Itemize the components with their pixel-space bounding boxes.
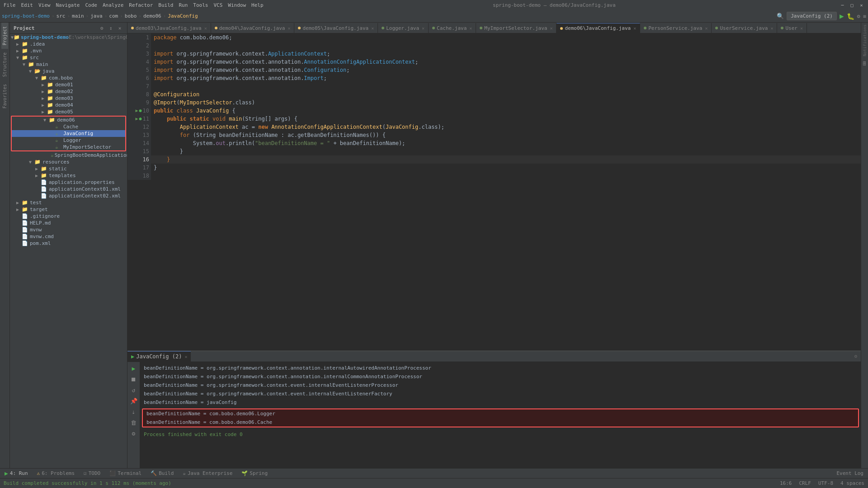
menu-build[interactable]: Build xyxy=(158,2,173,8)
menu-bar[interactable]: File Edit View Navigate Code Analyze Ref… xyxy=(4,2,264,8)
menu-analyze[interactable]: Analyze xyxy=(103,2,123,8)
run-tab-close-icon[interactable]: ✕ xyxy=(184,354,187,359)
tab-myimportselector[interactable]: MyImportSelector.java ✕ xyxy=(476,23,557,33)
code-content-14[interactable]: System.out.println("beanDefinitionName =… xyxy=(151,139,861,147)
tree-pomxml[interactable]: ▶ 📄 pom.xml xyxy=(10,240,127,247)
tree-resources[interactable]: ▼ 📁 resources xyxy=(10,159,127,165)
code-content-6[interactable]: import org.springframework.context.annot… xyxy=(151,74,861,82)
tree-appprops[interactable]: ▶ 📄 application.properties xyxy=(10,179,127,186)
tree-demo05[interactable]: ▶📁demo05 xyxy=(10,108,127,115)
tab-close-icon[interactable]: ✕ xyxy=(800,26,803,31)
tab-cache[interactable]: Cache.java ✕ xyxy=(429,23,476,33)
tab-user[interactable]: User ✕ xyxy=(777,23,807,33)
bottom-tab-run-active[interactable]: ▶ JavaConfig (2) ✕ xyxy=(127,351,191,362)
tab-personservice[interactable]: PersonService.java ✕ xyxy=(640,23,712,33)
code-content-2[interactable] xyxy=(151,42,861,50)
code-content-10[interactable]: public class JavaConfig { xyxy=(151,107,861,115)
clear-button[interactable]: 🗑 xyxy=(129,418,138,427)
code-content-4[interactable]: import org.springframework.context.annot… xyxy=(151,58,861,66)
tree-demo02[interactable]: ▶📁demo02 xyxy=(10,88,127,95)
tree-demo03[interactable]: ▶📁demo03 xyxy=(10,95,127,102)
maximize-button[interactable]: □ xyxy=(849,2,855,8)
tree-idea[interactable]: ▶ 📁 .idea xyxy=(10,41,127,47)
tab-close-icon[interactable]: ✕ xyxy=(705,26,708,31)
tree-root[interactable]: ▼ 📁 spring-boot-demo E:\workspace\Spring… xyxy=(10,34,127,41)
code-content-9[interactable]: @Import(MyImportSelector.class) xyxy=(151,99,861,107)
database-icon[interactable]: 🗄 xyxy=(863,61,867,66)
tab-close-icon[interactable]: ✕ xyxy=(371,26,374,31)
code-content-12[interactable]: ApplicationContext ac = new AnnotationCo… xyxy=(151,123,861,131)
bottom-settings-icon[interactable]: ⚙ xyxy=(850,352,861,360)
tree-helpmd[interactable]: ▶ 📄 HELP.md xyxy=(10,220,127,226)
tree-combobo[interactable]: ▼ 📁 com.bobo xyxy=(10,75,127,81)
tab-close-icon[interactable]: ✕ xyxy=(422,26,425,31)
bot-tab-run[interactable]: ▶ 4: Run xyxy=(0,469,33,478)
tab-logger[interactable]: Logger.java ✕ xyxy=(378,23,429,33)
bot-tab-java-enterprise[interactable]: ☕ Java Enterprise xyxy=(178,469,237,477)
left-strip-favorites[interactable]: Favorites xyxy=(1,80,8,112)
indent[interactable]: 4 spaces xyxy=(840,480,864,486)
encoding[interactable]: UTF-8 xyxy=(818,480,833,486)
tab-close-icon[interactable]: ✕ xyxy=(550,26,552,31)
tree-gitignore[interactable]: ▶ 📄 .gitignore xyxy=(10,213,127,220)
menu-vcs[interactable]: VCS xyxy=(213,2,222,8)
tree-javaconfig[interactable]: ▶ ☕ JavaConfig xyxy=(12,130,125,137)
menu-file[interactable]: File xyxy=(4,2,16,8)
code-content-8[interactable]: @Configuration xyxy=(151,90,861,99)
tree-appctx01[interactable]: ▶ 📄 applicationContext01.xml xyxy=(10,186,127,192)
code-content-15[interactable]: } xyxy=(151,147,861,155)
rerun-button[interactable]: ↺ xyxy=(129,385,138,394)
tab-demo06-javaconfig[interactable]: demo06\JavaConfig.java ✕ xyxy=(557,23,640,33)
tab-close-icon[interactable]: ✕ xyxy=(469,26,472,31)
tab-demo03-javaconfig[interactable]: demo03\JavaConfig.java ✕ xyxy=(127,23,211,33)
tree-mvnw[interactable]: ▶ 📄 mvnw xyxy=(10,226,127,233)
tab-close-icon[interactable]: ✕ xyxy=(288,26,290,31)
tree-templates[interactable]: ▶ 📁 templates xyxy=(10,172,127,179)
sidebar-tools[interactable]: ⚙ ↕ ✕ xyxy=(98,24,123,32)
window-controls[interactable]: ─ □ ✕ xyxy=(840,2,864,8)
tree-static[interactable]: ▶ 📁 static xyxy=(10,165,127,172)
tree-target[interactable]: ▶ 📁 target xyxy=(10,206,127,213)
tree-cache[interactable]: ▶ ☕ Cache xyxy=(12,123,125,130)
stop-button[interactable]: ⏹ xyxy=(129,375,138,384)
minimize-button[interactable]: ─ xyxy=(840,2,845,8)
breadcrumb-bobo[interactable]: bobo xyxy=(125,13,137,19)
code-content-1[interactable]: package com.bobo.demo06; xyxy=(151,33,861,42)
tree-myimportselector[interactable]: ▶ ☕ MyImportSelector xyxy=(12,144,125,150)
tree-src[interactable]: ▼ 📁 src xyxy=(10,54,127,61)
tab-close-icon[interactable]: ✕ xyxy=(633,26,636,31)
code-content-13[interactable]: for (String beanDefinitionName : ac.getB… xyxy=(151,131,861,139)
run-again-button[interactable]: ▶ xyxy=(129,364,138,373)
tab-close-icon[interactable]: ✕ xyxy=(770,26,773,31)
bot-tab-spring[interactable]: 🌱 Spring xyxy=(237,469,272,477)
more-icon[interactable]: ≡ xyxy=(863,13,866,19)
tree-demo06[interactable]: ▼ 📁 demo06 xyxy=(12,117,125,123)
menu-edit[interactable]: Edit xyxy=(21,2,33,8)
menu-refactor[interactable]: Refactor xyxy=(129,2,153,8)
tab-userservice[interactable]: UserService.java ✕ xyxy=(712,23,777,33)
sidebar-close-icon[interactable]: ✕ xyxy=(116,24,123,32)
run-button[interactable]: ▶ xyxy=(840,12,844,20)
left-strip-project[interactable]: Project xyxy=(1,23,8,49)
run-config-selector[interactable]: JavaConfig (2) xyxy=(787,12,837,20)
menu-navigate[interactable]: Navigate xyxy=(56,2,80,8)
code-content-5[interactable]: import org.springframework.context.annot… xyxy=(151,66,861,74)
menu-window[interactable]: Window xyxy=(228,2,246,8)
bot-tab-build[interactable]: 🔨 Build xyxy=(146,469,178,477)
sidebar-settings-icon[interactable]: ⚙ xyxy=(98,24,105,32)
cursor-position[interactable]: 16:6 xyxy=(780,480,792,486)
tab-close-icon[interactable]: ✕ xyxy=(204,26,207,31)
breadcrumb-java[interactable]: java xyxy=(90,13,103,19)
debug-button[interactable]: 🐛 xyxy=(847,13,854,20)
tree-java[interactable]: ▼ 📂 java xyxy=(10,68,127,75)
breadcrumb-javaconfig[interactable]: JavaConfig xyxy=(168,13,198,19)
breadcrumb-demo06[interactable]: demo06 xyxy=(143,13,161,19)
bot-tab-terminal[interactable]: ⬛ Terminal xyxy=(105,469,146,477)
code-content-17[interactable]: } xyxy=(151,164,861,172)
close-button[interactable]: ✕ xyxy=(859,2,864,8)
breadcrumb-src[interactable]: src xyxy=(57,13,66,19)
pin-button[interactable]: 📌 xyxy=(129,396,138,405)
breadcrumb-main[interactable]: main xyxy=(72,13,84,19)
code-content-16[interactable]: } xyxy=(151,155,861,164)
tree-main[interactable]: ▼ 📁 main xyxy=(10,61,127,68)
